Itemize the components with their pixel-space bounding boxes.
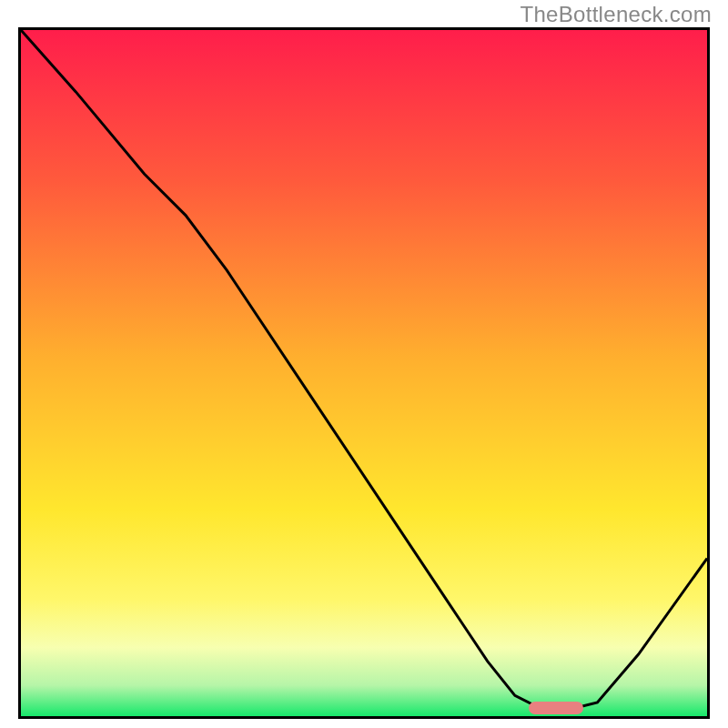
chart-container: TheBottleneck.com [0,0,728,728]
watermark-text: TheBottleneck.com [520,2,712,27]
bottleneck-curve [21,30,707,710]
curve-layer [21,30,707,716]
plot-frame [18,27,710,719]
optimal-marker [529,702,583,714]
